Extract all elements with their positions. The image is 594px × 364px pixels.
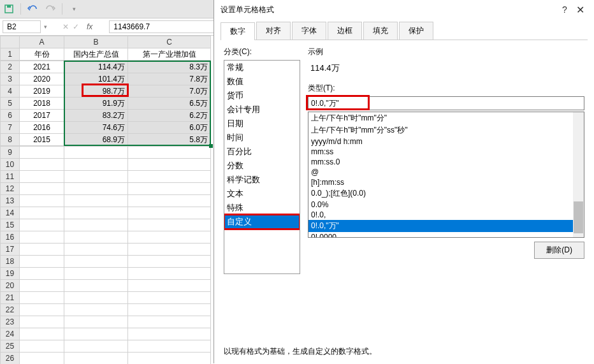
cell[interactable]: 68.9万 [64, 134, 128, 146]
cell[interactable] [64, 159, 128, 171]
col-header-C[interactable]: C [128, 36, 211, 48]
row-header[interactable]: 3 [1, 73, 20, 85]
row-header[interactable]: 11 [1, 171, 20, 183]
cell[interactable] [128, 219, 211, 231]
cell[interactable] [20, 171, 64, 183]
redo-icon[interactable] [44, 3, 57, 15]
cell[interactable]: 7.8万 [128, 73, 211, 85]
cell[interactable]: 2015 [20, 134, 64, 146]
tab-字体[interactable]: 字体 [292, 22, 326, 40]
cell[interactable] [128, 159, 211, 171]
cell[interactable]: 6.0万 [128, 122, 211, 134]
type-item[interactable]: 上午/下午h"时"mm"分" [308, 112, 584, 124]
tab-填充[interactable]: 填充 [363, 22, 398, 40]
tab-边框[interactable]: 边框 [328, 22, 362, 40]
cell[interactable] [64, 316, 128, 328]
cell[interactable] [64, 340, 128, 353]
cell[interactable]: 6.5万 [128, 98, 211, 110]
category-item[interactable]: 数值 [224, 75, 300, 89]
cell[interactable] [20, 340, 64, 353]
cell[interactable]: 2021 [20, 61, 64, 73]
category-item[interactable]: 文本 [224, 187, 300, 201]
cell[interactable]: 5.8万 [128, 134, 211, 146]
cell[interactable] [64, 256, 128, 268]
cell[interactable] [128, 268, 211, 280]
cell[interactable] [128, 340, 211, 353]
cell[interactable]: 91.9万 [64, 98, 128, 110]
cell[interactable] [20, 256, 64, 268]
cell[interactable] [64, 268, 128, 280]
row-header[interactable]: 25 [1, 340, 20, 353]
cell[interactable]: 2019 [20, 85, 64, 98]
cell[interactable] [20, 207, 64, 219]
cell[interactable]: 第一产业增加值 [128, 48, 211, 61]
type-item[interactable]: 0.0% [308, 200, 584, 210]
cell[interactable] [20, 292, 64, 304]
cell[interactable] [20, 219, 64, 231]
cell[interactable] [64, 147, 128, 159]
cell[interactable]: 74.6万 [64, 122, 128, 134]
type-item[interactable]: [h]:mm:ss [308, 177, 584, 187]
cell[interactable] [128, 304, 211, 316]
cell[interactable] [128, 231, 211, 244]
cell[interactable]: 2020 [20, 73, 64, 85]
col-header-B[interactable]: B [64, 36, 128, 48]
cell[interactable]: 6.2万 [128, 110, 211, 122]
cell[interactable] [128, 316, 211, 328]
row-header[interactable]: 5 [1, 98, 20, 110]
cell[interactable]: 98.7万 [64, 85, 128, 98]
category-item[interactable]: 自定义 [224, 215, 300, 229]
scrollbar-track[interactable] [573, 112, 584, 237]
cell[interactable] [20, 159, 64, 171]
cell[interactable] [64, 353, 128, 365]
cell[interactable]: 2016 [20, 122, 64, 134]
row-header[interactable]: 7 [1, 122, 20, 134]
dropdown-icon[interactable]: ▾ [68, 3, 80, 15]
category-item[interactable]: 常规 [224, 61, 300, 75]
row-header[interactable]: 12 [1, 183, 20, 195]
category-item[interactable]: 科学记数 [224, 173, 300, 187]
cell[interactable] [128, 183, 211, 195]
cell[interactable] [64, 304, 128, 316]
row-header[interactable]: 4 [1, 85, 20, 98]
cell[interactable] [64, 195, 128, 207]
category-item[interactable]: 货币 [224, 89, 300, 103]
scrollbar-thumb[interactable] [574, 201, 583, 233]
row-header[interactable]: 16 [1, 231, 20, 244]
cell[interactable]: 2017 [20, 110, 64, 122]
cell[interactable]: 114.4万 [64, 61, 128, 73]
cell[interactable] [20, 304, 64, 316]
row-header[interactable]: 10 [1, 159, 20, 171]
cancel-icon[interactable]: ✕ [62, 22, 69, 31]
cell[interactable] [128, 147, 211, 159]
row-header[interactable]: 13 [1, 195, 20, 207]
cell[interactable] [20, 328, 64, 340]
undo-icon[interactable] [26, 3, 39, 15]
type-item[interactable]: 0.0_);[红色](0.0) [308, 187, 584, 200]
type-item[interactable]: yyyy/m/d h:mm [308, 136, 584, 147]
row-header[interactable]: 8 [1, 134, 20, 146]
cell[interactable] [128, 256, 211, 268]
row-header[interactable]: 26 [1, 353, 20, 365]
category-item[interactable]: 会计专用 [224, 103, 300, 117]
cell[interactable] [64, 183, 128, 195]
save-icon[interactable] [3, 3, 15, 15]
select-all-corner[interactable] [1, 36, 20, 48]
cell[interactable] [20, 195, 64, 207]
row-header[interactable]: 1 [1, 48, 20, 61]
cell[interactable] [128, 207, 211, 219]
cell[interactable] [64, 292, 128, 304]
col-header-A[interactable]: A [20, 36, 64, 48]
selection-handle[interactable] [209, 144, 213, 148]
cell[interactable]: 8.3万 [128, 61, 211, 73]
cell[interactable] [128, 292, 211, 304]
name-box[interactable] [3, 20, 41, 33]
cell[interactable]: 83.2万 [64, 110, 128, 122]
row-header[interactable]: 22 [1, 304, 20, 316]
type-item[interactable]: 上午/下午h"时"mm"分"ss"秒" [308, 124, 584, 136]
type-item[interactable]: 0!.0,"万" [308, 220, 584, 232]
cell[interactable] [64, 171, 128, 183]
cell[interactable] [128, 244, 211, 256]
row-header[interactable]: 24 [1, 328, 20, 340]
tab-数字[interactable]: 数字 [221, 22, 255, 40]
